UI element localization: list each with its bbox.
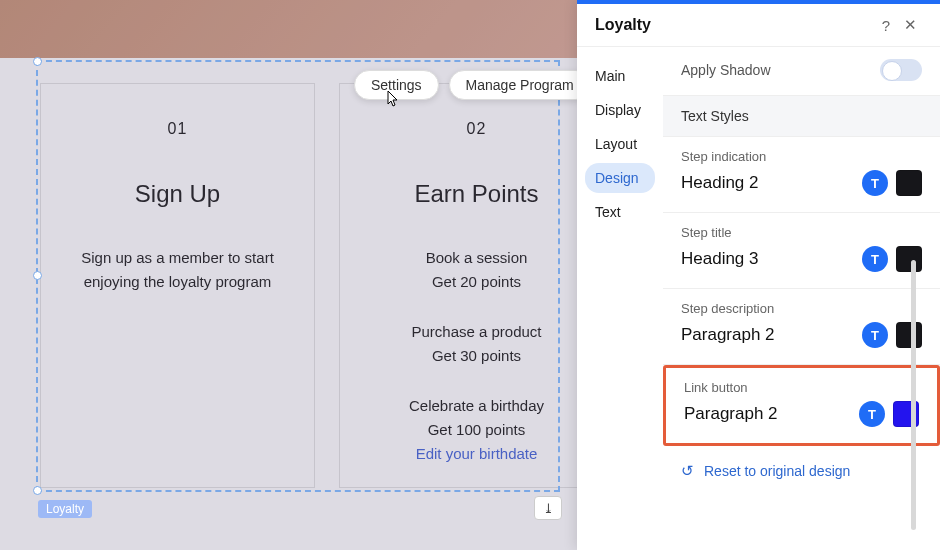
element-tag: Loyalty	[38, 500, 92, 518]
font-picker-button[interactable]: T	[862, 246, 888, 272]
help-button[interactable]: ?	[874, 17, 898, 34]
step-number: 02	[362, 120, 591, 138]
font-picker-button[interactable]: T	[862, 322, 888, 348]
panel-title: Loyalty	[595, 16, 874, 34]
font-picker-button[interactable]: T	[859, 401, 885, 427]
text-styles-header: Text Styles	[663, 95, 940, 137]
panel-content: Apply Shadow Text Styles Step indication…	[663, 47, 940, 550]
nav-layout[interactable]: Layout	[585, 129, 655, 159]
style-caption: Step indication	[681, 149, 922, 164]
style-step-indication: Step indication Heading 2 T	[663, 137, 940, 213]
panel-header: Loyalty ? ✕	[577, 4, 940, 47]
color-picker-button[interactable]	[896, 246, 922, 272]
scrollbar-thumb[interactable]	[911, 260, 916, 530]
step-description: Book a session Get 20 points Purchase a …	[362, 246, 591, 466]
style-caption: Link button	[684, 380, 919, 395]
reset-label: Reset to original design	[704, 463, 850, 479]
download-button[interactable]: ⤓	[534, 496, 562, 520]
step-title: Sign Up	[63, 180, 292, 208]
apply-shadow-row: Apply Shadow	[663, 47, 940, 95]
style-value: Paragraph 2	[681, 325, 854, 345]
card-signup[interactable]: 01 Sign Up Sign up as a member to start …	[40, 83, 315, 488]
nav-design[interactable]: Design	[585, 163, 655, 193]
element-action-pills: Settings Manage Program	[354, 70, 591, 100]
desc-line: Book a session	[362, 246, 591, 270]
style-caption: Step title	[681, 225, 922, 240]
step-number: 01	[63, 120, 292, 138]
nav-main[interactable]: Main	[585, 61, 655, 91]
nav-display[interactable]: Display	[585, 95, 655, 125]
style-step-title: Step title Heading 3 T	[663, 213, 940, 289]
desc-line: Get 30 points	[362, 344, 591, 368]
download-icon: ⤓	[543, 501, 554, 516]
desc-line: Purchase a product	[362, 320, 591, 344]
step-title: Earn Points	[362, 180, 591, 208]
style-caption: Step description	[681, 301, 922, 316]
close-button[interactable]: ✕	[898, 16, 922, 34]
text-icon: T	[871, 328, 879, 343]
settings-button[interactable]: Settings	[354, 70, 439, 100]
apply-shadow-label: Apply Shadow	[681, 62, 870, 78]
color-picker-button[interactable]	[896, 322, 922, 348]
desc-line: enjoying the loyalty program	[63, 270, 292, 294]
text-icon: T	[868, 407, 876, 422]
desc-line: Sign up as a member to start	[63, 246, 292, 270]
style-value: Paragraph 2	[684, 404, 851, 424]
style-link-button: Link button Paragraph 2 T	[663, 365, 940, 446]
text-icon: T	[871, 176, 879, 191]
color-picker-button[interactable]	[896, 170, 922, 196]
style-value: Heading 3	[681, 249, 854, 269]
desc-line: Get 100 points	[362, 418, 591, 442]
card-earn-points[interactable]: 02 Earn Points Book a session Get 20 poi…	[339, 83, 614, 488]
panel-scrollbar[interactable]	[910, 60, 916, 540]
style-step-description: Step description Paragraph 2 T	[663, 289, 940, 365]
desc-line: Celebrate a birthday	[362, 394, 591, 418]
font-picker-button[interactable]: T	[862, 170, 888, 196]
desc-line: Get 20 points	[362, 270, 591, 294]
manage-program-button[interactable]: Manage Program	[449, 70, 591, 100]
reset-design-button[interactable]: ↺ Reset to original design	[663, 446, 940, 496]
nav-text[interactable]: Text	[585, 197, 655, 227]
style-value: Heading 2	[681, 173, 854, 193]
edit-birthdate-link[interactable]: Edit your birthdate	[362, 442, 591, 466]
reset-icon: ↺	[681, 462, 694, 480]
text-icon: T	[871, 252, 879, 267]
panel-nav: Main Display Layout Design Text	[577, 47, 663, 550]
design-panel: Loyalty ? ✕ Main Display Layout Design T…	[577, 0, 940, 550]
step-description: Sign up as a member to start enjoying th…	[63, 246, 292, 294]
